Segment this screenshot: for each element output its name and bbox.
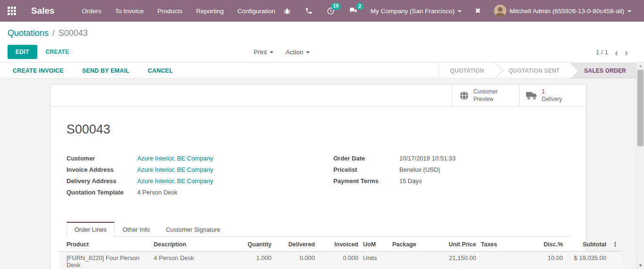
statusbar-buttons: CREATE INVOICE SEND BY EMAIL CANCEL — [0, 63, 173, 78]
edit-button[interactable]: EDIT — [8, 45, 37, 59]
menu-orders[interactable]: Orders — [82, 8, 101, 15]
menu-configuration[interactable]: Configuration — [238, 8, 275, 15]
navbar-left: Sales Orders To Invoice Products Reporti… — [8, 6, 275, 16]
field-group-right: Order Date 10/17/2019 10:51:33 Pricelist… — [318, 155, 570, 200]
document-sheet: Customer Preview 1 Delivery S00043 — [50, 84, 586, 269]
cancel-button[interactable]: CANCEL — [148, 67, 173, 74]
payment-terms-label: Payment Terms — [333, 177, 399, 185]
payment-terms-value: 15 Days — [399, 177, 422, 185]
document-title: S00043 — [66, 122, 570, 137]
statusbar: CREATE INVOICE SEND BY EMAIL CANCEL QUOT… — [0, 63, 644, 79]
smart-button-box: Customer Preview 1 Delivery — [50, 84, 586, 107]
pricelist-value: Benelux (USD) — [399, 166, 440, 173]
state-quotation[interactable]: QUOTATION — [439, 63, 495, 78]
truck-icon — [526, 91, 537, 100]
col-package[interactable]: Package — [390, 237, 435, 252]
create-invoice-button[interactable]: CREATE INVOICE — [13, 67, 64, 74]
breadcrumb-current: S00043 — [58, 28, 88, 38]
action-dropdown[interactable]: Action — [286, 49, 310, 56]
delivery-button[interactable]: 1 Delivery — [519, 84, 586, 106]
col-description[interactable]: Description — [151, 237, 232, 252]
company-name: My Company (San Francisco) — [371, 8, 455, 15]
navbar-right: 19 2 My Company (San Francisco) ✖ — [276, 5, 637, 17]
activity-count-badge: 19 — [331, 3, 341, 10]
table-row[interactable]: [FURN_8220] Four Person Desk 4 Person De… — [59, 252, 622, 269]
field-groups: Customer Azure Interior, BE Company Invo… — [66, 155, 570, 200]
col-delivered[interactable]: Delivered — [274, 237, 317, 252]
breadcrumb-separator: / — [52, 28, 55, 38]
tab-other-info[interactable]: Other Info — [115, 222, 158, 237]
delivery-address-value[interactable]: Azure Interior, BE Company — [137, 177, 213, 185]
order-date-label: Order Date — [333, 155, 399, 162]
col-disc[interactable]: Disc.% — [522, 237, 565, 252]
user-name: Mitchell Admin (655926-13-0-80c458-all) — [510, 8, 624, 15]
control-panel: EDIT CREATE Print Action 1 / 1 ‹ › — [0, 42, 644, 63]
message-count-badge: 2 — [356, 3, 363, 10]
send-by-email-button[interactable]: SEND BY EMAIL — [82, 67, 129, 74]
pager-value: 1 / 1 — [596, 49, 608, 56]
invoice-address-label: Invoice Address — [66, 166, 137, 173]
menu-reporting[interactable]: Reporting — [196, 8, 224, 15]
top-navbar: Sales Orders To Invoice Products Reporti… — [0, 0, 644, 22]
scroll-up-icon[interactable]: ▲ — [637, 63, 644, 69]
pager-previous-icon[interactable]: ‹ — [615, 47, 618, 57]
quotation-template-label: Quotation Template — [66, 189, 137, 196]
activity-clock-icon[interactable]: 19 — [320, 7, 342, 15]
apps-menu-icon[interactable] — [8, 7, 16, 15]
form-view-content: Customer Preview 1 Delivery S00043 — [0, 79, 644, 269]
order-lines-table: Product Description Quantity Delivered I… — [59, 237, 622, 269]
control-panel-actions: Print Action — [254, 49, 310, 56]
col-subtotal[interactable]: Subtotal — [565, 237, 609, 252]
order-date-value: 10/17/2019 10:51:33 — [399, 155, 455, 162]
col-invoiced[interactable]: Invoiced — [317, 237, 361, 252]
app-menus: Orders To Invoice Products Reporting Con… — [82, 8, 275, 15]
customer-label: Customer — [66, 155, 137, 162]
caret-down-icon — [627, 10, 631, 12]
caret-down-icon — [270, 51, 273, 53]
scroll-down-icon[interactable]: ▼ — [637, 262, 644, 269]
print-dropdown[interactable]: Print — [254, 49, 273, 56]
messages-chat-icon[interactable]: 2 — [342, 7, 364, 15]
scrollbar-thumb[interactable] — [637, 70, 644, 146]
caret-down-icon — [306, 51, 310, 53]
menu-to-invoice[interactable]: To Invoice — [115, 8, 144, 15]
col-taxes[interactable]: Taxes — [479, 237, 522, 252]
globe-icon — [459, 91, 469, 101]
phone-icon[interactable] — [298, 7, 320, 15]
create-button[interactable]: CREATE — [46, 49, 69, 55]
pager-next-icon[interactable]: › — [625, 47, 628, 57]
pager: 1 / 1 ‹ › — [596, 47, 628, 57]
menu-products[interactable]: Products — [157, 8, 182, 15]
breadcrumb-parent[interactable]: Quotations — [8, 28, 49, 38]
app-name[interactable]: Sales — [31, 6, 55, 16]
user-avatar — [494, 5, 506, 17]
col-unit-price[interactable]: Unit Price — [435, 237, 479, 252]
tab-customer-signature[interactable]: Customer Signature — [158, 222, 229, 237]
breadcrumb: Quotations / S00043 — [0, 22, 644, 42]
customer-value[interactable]: Azure Interior, BE Company — [137, 155, 213, 162]
delivery-count: 1 — [542, 88, 545, 95]
vertical-scrollbar[interactable]: ▲ ▼ — [636, 63, 644, 269]
table-header-row: Product Description Quantity Delivered I… — [59, 237, 622, 252]
user-menu[interactable]: Mitchell Admin (655926-13-0-80c458-all) — [488, 5, 637, 17]
notebook-tabs: Order Lines Other Info Customer Signatur… — [66, 222, 570, 237]
quotation-template-value: 4 Person Desk — [137, 189, 177, 196]
optional-columns-icon[interactable]: ⋮ — [609, 237, 622, 252]
pricelist-label: Pricelist — [333, 166, 399, 173]
state-quotation-sent[interactable]: QUOTATION SENT — [495, 63, 570, 78]
debug-bug-icon[interactable] — [276, 7, 298, 15]
company-switcher[interactable]: My Company (San Francisco) — [364, 8, 468, 15]
customer-preview-button[interactable]: Customer Preview — [452, 84, 519, 106]
col-quantity[interactable]: Quantity — [232, 237, 274, 252]
tools-icon[interactable]: ✖ — [468, 7, 488, 15]
delivery-address-label: Delivery Address — [66, 177, 137, 185]
caret-down-icon — [458, 10, 462, 12]
status-pipeline: QUOTATION QUOTATION SENT SALES ORDER — [438, 63, 636, 78]
tab-order-lines[interactable]: Order Lines — [66, 222, 115, 237]
col-product[interactable]: Product — [59, 237, 151, 252]
state-sales-order[interactable]: SALES ORDER — [570, 63, 636, 78]
sheet-body: S00043 Customer Azure Interior, BE Compa… — [50, 122, 586, 269]
col-uom[interactable]: UoM — [361, 237, 390, 252]
field-group-left: Customer Azure Interior, BE Company Invo… — [66, 155, 318, 200]
invoice-address-value[interactable]: Azure Interior, BE Company — [137, 166, 213, 173]
